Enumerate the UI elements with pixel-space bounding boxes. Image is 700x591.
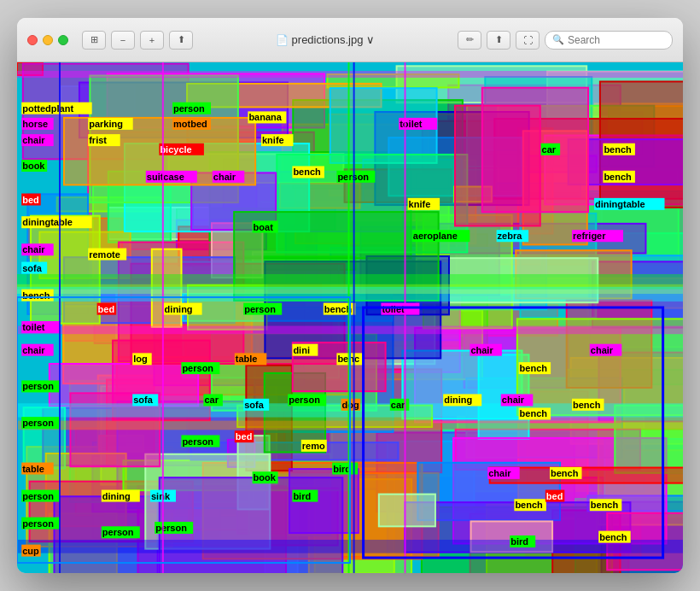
export-button[interactable]: ⬆ bbox=[487, 31, 510, 50]
content-area bbox=[17, 62, 683, 573]
traffic-lights bbox=[27, 35, 68, 45]
share-button[interactable]: ⬆ bbox=[169, 31, 193, 50]
zoom-in-button[interactable]: + bbox=[140, 31, 164, 50]
toolbar-left: ⊞ − + ⬆ bbox=[82, 31, 193, 50]
search-input[interactable] bbox=[568, 34, 665, 46]
close-button[interactable] bbox=[27, 35, 38, 45]
file-icon: 📄 bbox=[276, 34, 289, 46]
main-window: ⊞ − + ⬆ 📄 predictions.jpg ∨ ✏ ⬆ ⛶ 🔍 bbox=[17, 18, 683, 573]
titlebar: ⊞ − + ⬆ 📄 predictions.jpg ∨ ✏ ⬆ ⛶ 🔍 bbox=[17, 18, 683, 62]
chevron-down-icon: ∨ bbox=[366, 33, 375, 46]
title-section: 📄 predictions.jpg ∨ bbox=[200, 33, 451, 46]
search-box[interactable]: 🔍 bbox=[545, 31, 673, 50]
title-label: predictions.jpg bbox=[292, 33, 364, 46]
slideshow-button[interactable]: ⛶ bbox=[516, 31, 540, 50]
search-icon: 🔍 bbox=[552, 34, 564, 45]
edit-button[interactable]: ✏ bbox=[458, 31, 481, 50]
maximize-button[interactable] bbox=[58, 35, 68, 45]
toolbar-right: ✏ ⬆ ⛶ 🔍 bbox=[458, 31, 673, 50]
predictions-visualization bbox=[17, 62, 683, 573]
zoom-out-button[interactable]: − bbox=[111, 31, 135, 50]
grid-view-button[interactable]: ⊞ bbox=[82, 31, 106, 50]
minimize-button[interactable] bbox=[43, 35, 53, 45]
window-title: 📄 predictions.jpg ∨ bbox=[276, 33, 376, 46]
